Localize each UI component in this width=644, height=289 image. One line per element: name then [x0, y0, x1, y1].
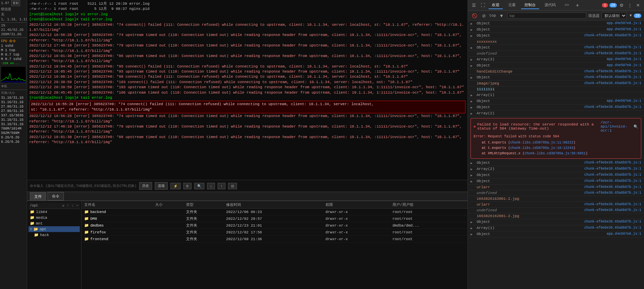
console-filter-icon[interactable]: ⊘: [481, 13, 487, 19]
list-item[interactable]: ▶ Array(2) chunk-ef8ebe36.65a6b67b.js:1: [468, 166, 644, 172]
list-item[interactable]: 1663826162001-2.jpg: [468, 196, 644, 202]
close-devtools-icon[interactable]: ✕: [635, 2, 641, 8]
tree-lib64[interactable]: 📁 lib64: [29, 209, 80, 215]
add-tab-icon[interactable]: +: [574, 2, 580, 9]
more-icon[interactable]: ⋯: [76, 204, 78, 208]
tree-mnt[interactable]: 📁 mnt: [29, 220, 80, 226]
source-link[interactable]: chunk-ef8ebe36.65a6b67b.js:1: [584, 179, 641, 183]
list-item[interactable]: image/jpeg chunk-ef8ebe36.65a6b67b.js:1: [468, 81, 644, 86]
options-button[interactable]: 选项: [155, 182, 168, 190]
expand-icon[interactable]: ▶: [471, 99, 474, 103]
col-perms[interactable]: 权限: [323, 201, 390, 209]
fullscreen-button[interactable]: ⊡: [228, 183, 237, 189]
list-item[interactable]: undefined chunk-ef8ebe36.65a6b67b.js:1: [468, 190, 644, 196]
expand-icon[interactable]: ▶: [471, 34, 474, 38]
col-filename[interactable]: 文件名: [81, 201, 152, 209]
expand-icon[interactable]: ▶: [471, 161, 474, 165]
list-item[interactable]: ▶ Object app.d4e507e8.js:1: [468, 27, 644, 33]
source-link[interactable]: chunk-ef8ebe36.65a6b67b.js:1: [584, 52, 641, 55]
console-clear-icon[interactable]: 🚫: [471, 13, 479, 19]
list-item[interactable]: urlarr chunk-ef8ebe36.65a6b67b.js:1: [468, 185, 644, 190]
source-link[interactable]: app.d4e507e8.js:1: [607, 63, 641, 67]
refresh-icon[interactable]: ↺: [62, 204, 64, 208]
list-item[interactable]: ▶ Object app.d4e507e8.js:1: [468, 98, 644, 104]
level-select[interactable]: 默认级别: [602, 12, 627, 19]
tab-more[interactable]: >>: [561, 2, 572, 9]
filter-input[interactable]: [507, 13, 587, 19]
list-item[interactable]: ▶ Object app.d4e507e8.js:1: [468, 231, 644, 237]
list-item[interactable]: 1663826162001-2.jpg: [468, 213, 644, 219]
devtools-back-icon[interactable]: ☰: [471, 2, 477, 8]
search-icon-button[interactable]: 🔍: [194, 183, 204, 189]
expand-icon[interactable]: ▶: [471, 22, 474, 26]
download-icon[interactable]: ↓: [72, 204, 74, 208]
source-link[interactable]: chunk-ef8ebe36.65a6b67b.js:1: [584, 167, 641, 171]
history-button[interactable]: 历史: [139, 182, 152, 190]
tree-media[interactable]: 📁 media: [29, 215, 80, 220]
list-item[interactable]: ▶ Object app.d4e507e8.js:1: [468, 63, 644, 69]
source-link[interactable]: chunk-ef8ebe36.65a6b67b.js:1: [584, 45, 641, 49]
tree-opt[interactable]: ▽ 📂 opt: [29, 226, 80, 232]
source-link[interactable]: app.d4e507e8.js:1: [607, 57, 641, 61]
list-item[interactable]: ▶ Array(3) app.d4e507e8.js:1: [468, 57, 644, 63]
source-link[interactable]: chunk-ef8ebe36.65a6b67b.js:1: [584, 220, 641, 224]
list-item[interactable]: xxxxxxxxx: [468, 39, 644, 45]
lightning-button[interactable]: ⚡: [170, 183, 181, 189]
source-link[interactable]: chunk-ef8ebe36.65a6b67b.js:1: [584, 34, 641, 37]
expand-icon[interactable]: ▶: [471, 232, 474, 236]
filter-dropdown-icon[interactable]: ▼: [498, 13, 505, 19]
list-item[interactable]: ▶ Array(1): [468, 92, 644, 98]
list-item[interactable]: ▶ Array(1) chunk-ef8ebe36.65a6b67b.js:1: [468, 225, 644, 231]
source-link[interactable]: chunk-ef8ebe36.65a6b67b.js:1: [584, 81, 641, 85]
list-item[interactable]: ▶ Object chunk-ef8ebe36.65a6b67b.js:1: [468, 33, 644, 39]
expand-icon[interactable]: ▶: [471, 64, 474, 68]
expand-icon[interactable]: ▶: [471, 167, 474, 171]
expand-icon[interactable]: ▶: [471, 220, 474, 224]
source-link[interactable]: chunk-ef8ebe36.65a6b67b.js:1: [584, 226, 641, 230]
expand-icon[interactable]: ▶: [471, 105, 474, 110]
source-link[interactable]: chunk-ef8ebe36.65a6b67b.js:1: [584, 185, 641, 189]
source-link[interactable]: app.d4e507e8.js:1: [607, 99, 641, 103]
source-link[interactable]: chunk-ef8ebe36.65a6b67b.js:1: [584, 173, 641, 177]
tab-command[interactable]: 命令: [48, 192, 64, 200]
table-row[interactable]: 📁dmdbms 文件夹 2022/12/23 21:01 drwxr-xr-x …: [81, 222, 467, 229]
source-link[interactable]: app.d4e507e8.js:1: [607, 21, 641, 25]
col-owner[interactable]: 用户/用户组: [390, 201, 467, 209]
table-row[interactable]: 📁backend 文件夹 2022/12/06 06:23 drwxr-xr-x…: [81, 209, 467, 215]
list-item[interactable]: ▶ Object app.d4e507e8.js:1: [468, 21, 644, 27]
tab-console[interactable]: 控制台: [521, 1, 539, 9]
col-modified[interactable]: 修改时间: [223, 201, 323, 209]
list-item[interactable]: urlarr chunk-ef8ebe36.65a6b67b.js:1: [468, 202, 644, 208]
expand-icon[interactable]: ▶: [471, 93, 474, 97]
copy-icon-button[interactable]: ⎘: [183, 183, 191, 189]
tree-hack[interactable]: 📁 hack: [29, 232, 80, 238]
list-item[interactable]: ▶ Object chunk-ef8ebe36.65a6b67b.js:1: [468, 104, 644, 111]
table-row[interactable]: 📁firefox 文件夹 2022/12/02 17:56 drwxr-xr-x…: [81, 229, 467, 236]
list-item[interactable]: undefined chunk-ef8ebe36.65a6b67b.js:1: [468, 51, 644, 57]
filter-down-icon[interactable]: ▼: [629, 14, 632, 18]
list-item[interactable]: ▶ Object chunk-ef8ebe36.65a6b67b.js:1: [468, 219, 644, 225]
upload-icon[interactable]: ↑: [67, 204, 69, 208]
up-button[interactable]: ↑: [218, 183, 225, 189]
list-item[interactable]: 11111111: [468, 86, 644, 92]
tab-file[interactable]: 文件: [30, 192, 46, 200]
expand-icon[interactable]: ▶: [471, 179, 474, 184]
source-link[interactable]: chunk-ef8ebe36.65a6b67b.js:1: [584, 75, 641, 79]
source-link[interactable]: chunk-ef8ebe36.65a6b67b.js:1: [584, 203, 641, 206]
console-content[interactable]: ▶ Object app.d4e507e8.js:1 ▶ Object app.…: [468, 21, 644, 289]
list-item[interactable]: ▶ Object chunk-ef8ebe36.65a6b67b.js:1: [468, 75, 644, 81]
settings-icon[interactable]: ⚙: [618, 2, 625, 8]
list-item[interactable]: undefined chunk-ef8ebe36.65a6b67b.js:1: [468, 208, 644, 213]
expand-icon[interactable]: ▶: [471, 76, 474, 80]
col-size[interactable]: 大小: [152, 201, 183, 209]
down-button[interactable]: ↓: [207, 183, 215, 189]
expand-icon[interactable]: ▶: [471, 28, 474, 32]
terminal-output[interactable]: -rw-r--r-- 1 root root 5121 12月 12 20:39…: [27, 0, 467, 180]
table-row[interactable]: 📁frontend 文件夹 2022/12/09 21:36 drwxr-xr-…: [81, 236, 467, 243]
source-link[interactable]: chunk-ef8ebe36.65a6b67b.js:1: [584, 208, 641, 212]
col-type[interactable]: 类型: [183, 201, 223, 209]
expand-icon[interactable]: ▶: [471, 112, 474, 116]
expand-icon[interactable]: ▶: [471, 46, 474, 50]
tab-welcome[interactable]: 欢迎: [489, 1, 503, 9]
devtools-forward-icon[interactable]: ⛶: [479, 2, 486, 8]
